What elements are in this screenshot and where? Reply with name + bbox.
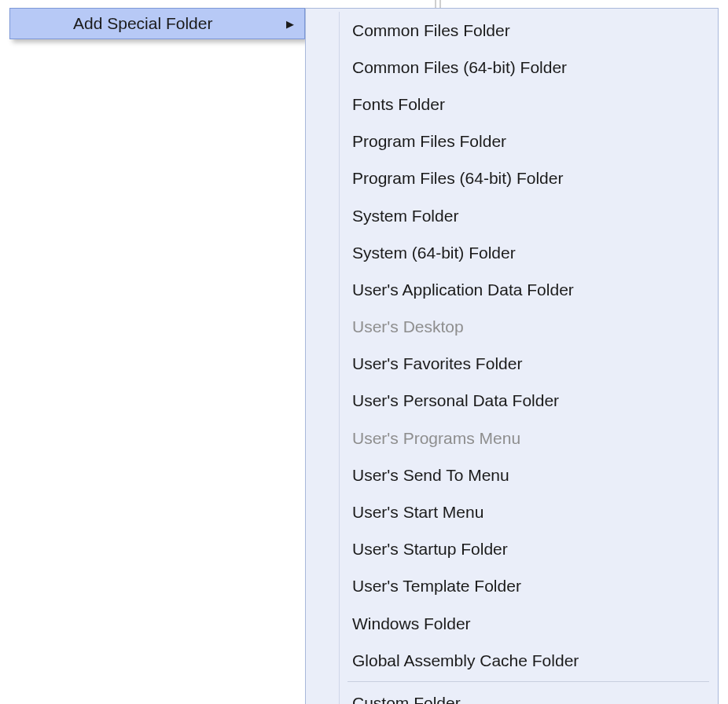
- submenu-item-label: User's Start Menu: [352, 503, 483, 522]
- submenu-item-label: Common Files Folder: [352, 21, 510, 40]
- submenu-item-label: Program Files Folder: [352, 132, 506, 151]
- submenu-item-user-s-startup-folder[interactable]: User's Startup Folder: [308, 531, 715, 568]
- submenu-item-common-files-64-bit-folder[interactable]: Common Files (64-bit) Folder: [308, 49, 715, 86]
- submenu-item-user-s-start-menu[interactable]: User's Start Menu: [308, 493, 715, 530]
- submenu-arrow-icon: ▶: [287, 18, 304, 30]
- submenu-item-label: User's Send To Menu: [352, 466, 509, 485]
- submenu-item-fonts-folder[interactable]: Fonts Folder: [308, 86, 715, 123]
- submenu-item-user-s-programs-menu: User's Programs Menu: [308, 420, 715, 456]
- submenu-icon-gutter: [339, 12, 340, 704]
- submenu-item-user-s-send-to-menu[interactable]: User's Send To Menu: [308, 456, 715, 493]
- submenu-item-system-folder[interactable]: System Folder: [308, 197, 715, 234]
- submenu-item-label: Global Assembly Cache Folder: [352, 651, 579, 670]
- menu-item-add-special-folder[interactable]: Add Special Folder ▶: [9, 8, 305, 39]
- submenu-item-label: System Folder: [352, 207, 458, 226]
- submenu-item-user-s-desktop: User's Desktop: [308, 309, 715, 346]
- submenu-item-windows-folder[interactable]: Windows Folder: [308, 605, 715, 642]
- submenu-item-label: System (64-bit) Folder: [352, 244, 516, 262]
- submenu-item-program-files-64-bit-folder[interactable]: Program Files (64-bit) Folder: [308, 160, 715, 197]
- submenu-item-label: User's Application Data Folder: [352, 280, 574, 299]
- submenu-item-user-s-application-data-folder[interactable]: User's Application Data Folder: [308, 271, 715, 308]
- submenu-item-label: User's Personal Data Folder: [352, 391, 559, 410]
- submenu-item-program-files-folder[interactable]: Program Files Folder: [308, 123, 715, 160]
- background-vertical-divider-top: [435, 0, 441, 8]
- submenu-item-global-assembly-cache-folder[interactable]: Global Assembly Cache Folder: [308, 642, 715, 679]
- submenu-item-label: Windows Folder: [352, 614, 471, 633]
- submenu-item-user-s-template-folder[interactable]: User's Template Folder: [308, 568, 715, 605]
- submenu-item-user-s-favorites-folder[interactable]: User's Favorites Folder: [308, 346, 715, 383]
- submenu-item-label: Common Files (64-bit) Folder: [352, 58, 567, 77]
- submenu-item-common-files-folder[interactable]: Common Files Folder: [308, 12, 715, 49]
- submenu-item-label: User's Desktop: [352, 317, 464, 336]
- submenu-item-label: User's Startup Folder: [352, 540, 508, 559]
- submenu-item-label: User's Favorites Folder: [352, 354, 522, 373]
- submenu-item-label: Custom Folder: [352, 694, 461, 704]
- submenu-item-user-s-personal-data-folder[interactable]: User's Personal Data Folder: [308, 383, 715, 420]
- submenu-item-label: Fonts Folder: [352, 95, 445, 114]
- submenu-item-label: Program Files (64-bit) Folder: [352, 169, 563, 188]
- submenu-item-custom-folder[interactable]: Custom Folder: [308, 684, 715, 704]
- menu-icon-gutter: [10, 9, 42, 38]
- submenu-item-label: User's Programs Menu: [352, 429, 520, 448]
- submenu-item-label: User's Template Folder: [352, 577, 521, 596]
- submenu-separator: [347, 681, 709, 682]
- submenu-add-special-folder: Common Files FolderCommon Files (64-bit)…: [305, 8, 719, 704]
- submenu-item-system-64-bit-folder[interactable]: System (64-bit) Folder: [308, 234, 715, 271]
- menu-item-label: Add Special Folder: [42, 14, 287, 33]
